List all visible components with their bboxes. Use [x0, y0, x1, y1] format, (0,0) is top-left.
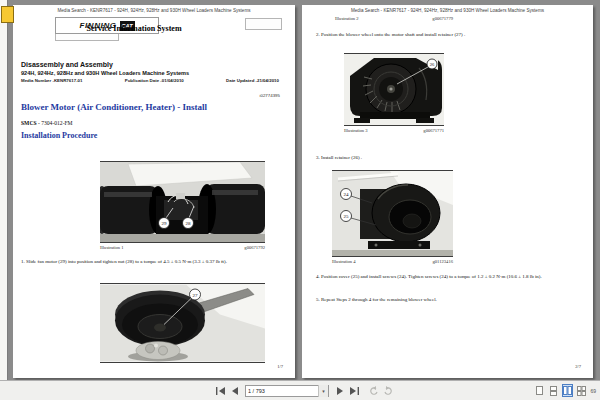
page-running-header: Media Search - KENR7617 - 924H, 924Hz, 9… — [13, 8, 295, 13]
zoom-indicator: 69 — [590, 388, 596, 394]
page-navigation-box: ▾ — [245, 385, 329, 397]
chevron-down-icon: ▾ — [322, 388, 325, 394]
smcs-code: SMCS - 7304-012-FM — [21, 120, 73, 126]
first-page-button[interactable] — [213, 384, 227, 398]
step-5: 5. Repeat Steps 2 through 4 for the rema… — [316, 296, 590, 303]
smcs-value: - 7304-012-FM — [37, 120, 73, 126]
next-view-button[interactable] — [381, 384, 395, 398]
illustration-1-photo: 29 28 — [100, 162, 265, 242]
media-number: Media Number -KENR7617-01 — [21, 78, 83, 83]
illustration-gnum: g00671792 — [244, 245, 265, 250]
callout-25-label: 25 — [344, 214, 350, 219]
illustration-4-caption: Illustration 4 g01123416 — [332, 259, 453, 264]
document-page-right: Media Search - KENR7617 - 924H, 924Hz, 9… — [302, 5, 593, 378]
callout-29-label: 29 — [162, 221, 168, 226]
view-two-page-continuous-button[interactable] — [576, 384, 587, 397]
two-page-icon — [563, 386, 572, 395]
view-continuous-button[interactable] — [548, 384, 559, 397]
illustration-label: Illustration 1 — [100, 245, 124, 250]
step-2: 2. Position the blower wheel onto the mo… — [316, 31, 590, 38]
figure-bottom-rule — [100, 242, 265, 243]
figure-illustration-2: 27 — [100, 283, 265, 363]
document-page-left: Media Search - KENR7617 - 924H, 924Hz, 9… — [13, 5, 295, 378]
callout-24-label: 24 — [344, 192, 350, 197]
bottom-toolbar: ▾ — [0, 380, 600, 400]
callout-27-label: 27 — [193, 293, 199, 298]
publication-date: Publication Date -01/04/2010 — [125, 78, 184, 83]
page-running-header: Media Search - KENR7617 - 924H, 924Hz, 9… — [302, 8, 593, 13]
next-view-icon — [383, 386, 393, 396]
illustration-label: Illustration 4 — [332, 259, 356, 264]
pdf-viewer: Media Search - KENR7617 - 924H, 924Hz, 9… — [0, 0, 600, 400]
previous-view-icon — [369, 386, 379, 396]
view-single-page-button[interactable] — [534, 384, 545, 397]
sticky-note-icon[interactable] — [1, 6, 14, 23]
illustration-2-photo: 27 — [100, 284, 265, 362]
illustration-gnum: g01123416 — [432, 259, 453, 264]
step-3: 3. Install retainer (26) . — [316, 154, 590, 161]
document-type: Disassembly and Assembly — [21, 61, 113, 68]
callout-26-label: 26 — [430, 62, 435, 67]
illustration-label: Illustration 3 — [344, 128, 368, 133]
previous-page-button[interactable] — [227, 384, 241, 398]
page-dropdown-button[interactable]: ▾ — [318, 385, 328, 397]
illustration-1-caption: Illustration 1 g00671792 — [100, 245, 265, 250]
last-page-button[interactable] — [347, 384, 361, 398]
illustration-gnum: g00671771 — [423, 128, 444, 133]
previous-page-icon — [231, 387, 238, 395]
figure-illustration-1: 29 28 Illustration 1 g00671792 — [100, 161, 265, 250]
single-page-icon — [536, 386, 543, 395]
illustration-label: Illustration 2 — [335, 16, 359, 21]
date-updated: Date Updated -21/04/2010 — [226, 78, 279, 83]
illustration-4-photo: 24 25 — [332, 171, 453, 256]
illustration-gnum: g00671779 — [432, 16, 453, 21]
two-page-continuous-icon — [577, 386, 586, 396]
logo-tab — [55, 34, 119, 41]
page-number-input[interactable] — [246, 386, 318, 396]
smcs-label: SMCS — [21, 120, 37, 126]
continuous-pages-icon — [550, 386, 557, 396]
figure-bottom-rule — [332, 256, 453, 257]
collapsed-sidebar[interactable] — [0, 0, 8, 380]
view-two-page-button[interactable] — [562, 384, 573, 397]
view-mode-group: 69 — [534, 384, 597, 397]
document-models: 924H, 924Hz, 928Hz and 930H Wheel Loader… — [21, 70, 189, 76]
page-number: 2/7 — [575, 364, 581, 369]
illustration-3-photo: 26 — [344, 54, 444, 125]
first-page-icon — [216, 387, 225, 395]
callout-28-label: 28 — [186, 221, 192, 226]
next-page-button[interactable] — [333, 384, 347, 398]
figure-bottom-rule — [344, 125, 444, 126]
figure-bottom-rule — [100, 362, 265, 363]
figure-illustration-3: 26 Illustration 3 g00671771 — [344, 53, 444, 133]
article-title: Blower Motor (Air Conditioner, Heater) -… — [21, 102, 207, 112]
step-4: 4. Position cover (25) and install screw… — [316, 273, 582, 280]
document-meta-row: Media Number -KENR7617-01 Publication Da… — [21, 78, 279, 83]
sis-title: Service Information System — [13, 24, 255, 33]
document-id: i02774395 — [259, 93, 280, 98]
header-corner-box — [245, 18, 282, 30]
illustration-2-caption: Illustration 2 g00671779 — [335, 16, 453, 21]
next-page-icon — [337, 387, 344, 395]
figure-illustration-4: 24 25 Illustration 4 g01123416 — [332, 170, 453, 264]
page-number: 1/7 — [277, 364, 283, 369]
illustration-3-caption: Illustration 3 g00671771 — [344, 128, 444, 133]
previous-view-button[interactable] — [367, 384, 381, 398]
step-1: 1. Slide fan motor (29) into position an… — [21, 258, 291, 265]
section-heading: Installation Procedure — [21, 131, 97, 140]
last-page-icon — [350, 387, 359, 395]
